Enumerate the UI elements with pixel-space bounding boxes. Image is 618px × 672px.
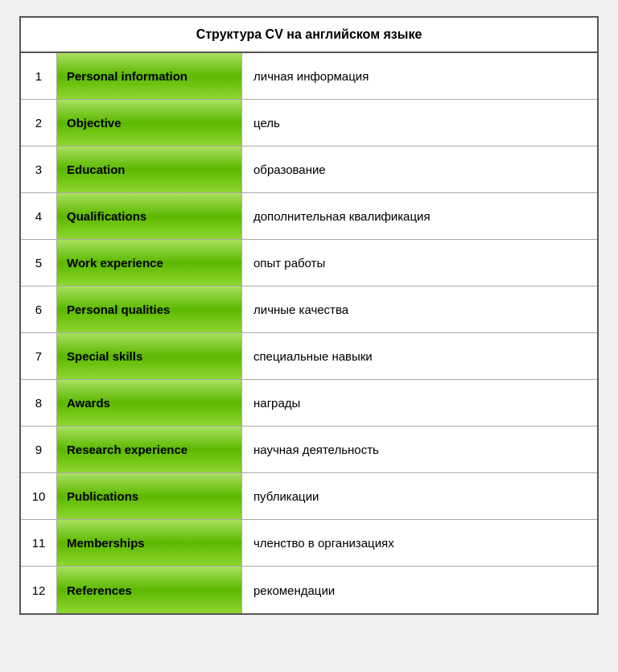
row-translation: образование: [242, 146, 597, 192]
table-row: 1Personal informationличная информация: [21, 53, 597, 100]
row-translation: цель: [242, 100, 597, 146]
row-translation: специальные навыки: [242, 333, 597, 379]
table-row: 6Personal qualitiesличные качества: [21, 287, 597, 333]
table-row: 11Membershipsчленство в организациях: [21, 520, 597, 567]
row-term: Work experience: [57, 240, 242, 286]
row-term: References: [57, 567, 242, 613]
row-translation: рекомендации: [242, 567, 597, 613]
table-row: 10Publicationsпубликации: [21, 473, 597, 520]
row-term: Awards: [57, 380, 242, 426]
row-number: 5: [21, 240, 57, 286]
row-term: Qualifications: [57, 193, 242, 239]
row-term: Publications: [57, 473, 242, 519]
row-number: 2: [21, 100, 57, 146]
table-row: 8Awardsнаграды: [21, 380, 597, 427]
row-translation: публикации: [242, 473, 597, 519]
cv-structure-table: Структура CV на английском языке 1Person…: [19, 16, 599, 615]
row-number: 1: [21, 53, 57, 99]
row-term: Memberships: [57, 520, 242, 566]
row-number: 10: [21, 473, 57, 519]
table-row: 12Referencesрекомендации: [21, 567, 597, 613]
table-row: 3Educationобразование: [21, 146, 597, 193]
table-row: 2Objectiveцель: [21, 100, 597, 146]
row-term: Personal information: [57, 53, 242, 99]
row-term: Objective: [57, 100, 242, 146]
row-number: 6: [21, 287, 57, 332]
row-translation: дополнительная квалификация: [242, 193, 597, 239]
row-term: Personal qualities: [57, 287, 242, 332]
table-row: 9Research experienceнаучная деятельность: [21, 427, 597, 473]
row-number: 9: [21, 427, 57, 472]
table-body: 1Personal informationличная информация2O…: [21, 53, 597, 613]
row-translation: личная информация: [242, 53, 597, 99]
row-translation: личные качества: [242, 287, 597, 332]
row-number: 8: [21, 380, 57, 426]
table-row: 4Qualificationsдополнительная квалификац…: [21, 193, 597, 240]
row-translation: членство в организациях: [242, 520, 597, 566]
row-term: Education: [57, 146, 242, 192]
table-row: 5Work experienceопыт работы: [21, 240, 597, 287]
row-term: Research experience: [57, 427, 242, 472]
table-row: 7Special skillsспециальные навыки: [21, 333, 597, 380]
table-title: Структура CV на английском языке: [21, 18, 597, 53]
row-translation: научная деятельность: [242, 427, 597, 472]
row-number: 4: [21, 193, 57, 239]
row-number: 11: [21, 520, 57, 566]
row-term: Special skills: [57, 333, 242, 379]
row-number: 3: [21, 146, 57, 192]
row-translation: опыт работы: [242, 240, 597, 286]
row-number: 7: [21, 333, 57, 379]
row-translation: награды: [242, 380, 597, 426]
row-number: 12: [21, 567, 57, 613]
